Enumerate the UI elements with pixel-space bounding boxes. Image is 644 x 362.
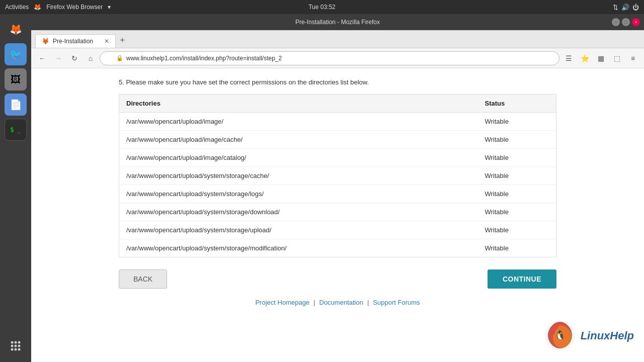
directory-path: /var/www/opencart/upload/image/catalog/ [119,149,478,167]
table-row: /var/www/opencart/upload/image/catalog/W… [119,149,556,167]
table-row: /var/www/opencart/upload/image/cache/Wri… [119,131,556,149]
svg-point-1 [15,341,17,344]
svg-point-6 [11,348,14,351]
browser-tab-active[interactable]: 🦊 Pre-Installation ✕ [35,34,116,48]
directory-path: /var/www/opencart/upload/system/storage/… [119,203,478,221]
clock: Tue 03:52 [308,4,336,11]
dock-apps[interactable] [5,335,27,357]
menu-button[interactable]: ≡ [626,51,640,65]
page-content: 5. Please make sure you have set the cor… [31,68,644,362]
directory-path: /var/www/opencart/upload/image/ [119,113,478,131]
maximize-button[interactable]: □ [622,18,630,26]
browser-title: Pre-Installation - Mozilla Firefox [295,19,380,26]
svg-text:🐧: 🐧 [554,330,566,341]
lock-icon: 🔒 [116,55,123,61]
volume-icon: 🔊 [621,4,629,11]
project-homepage-link[interactable]: Project Homepage [255,299,309,306]
directory-path: /var/www/opencart/upload/system/storage/… [119,185,478,203]
activities-label[interactable]: Activities [5,4,29,11]
close-button[interactable]: × [632,18,640,26]
directory-path: /var/www/opencart/upload/image/cache/ [119,131,478,149]
home-button[interactable]: ⌂ [84,51,98,65]
directory-status: Writable [478,149,556,167]
directory-status: Writable [478,239,556,257]
footer-sep-1: | [313,299,315,306]
table-row: /var/www/opencart/upload/system/storage/… [119,167,556,185]
svg-point-4 [15,345,17,347]
dropdown-icon[interactable]: ▾ [108,4,111,11]
footer-sep-2: | [367,299,369,306]
browser-navbar: ← → ↻ ⌂ 🔒 www.linuxhelp1.com/install/ind… [31,48,644,68]
table-row: /var/www/opencart/upload/system/storage/… [119,221,556,239]
directory-path: /var/www/opencart/upload/system/storage/… [119,239,478,257]
svg-point-3 [11,345,14,347]
url-bar[interactable]: 🔒 www.linuxhelp1.com/install/index.php?r… [100,51,559,65]
documentation-link[interactable]: Documentation [319,299,363,306]
browser-tabbar: 🦊 Pre-Installation ✕ + [31,30,644,48]
col-directories: Directories [119,95,478,113]
directory-status: Writable [478,167,556,185]
directories-table: Directories Status /var/www/opencart/upl… [119,94,556,257]
page-footer: Project Homepage | Documentation | Suppo… [119,289,556,311]
sidebar-toggle-button[interactable]: ▦ [594,51,608,65]
button-row: BACK CONTINUE [119,269,556,289]
table-row: /var/www/opencart/upload/system/storage/… [119,239,556,257]
dock-writer[interactable]: 📄 [5,94,27,116]
network-icon: ⇅ [613,4,618,11]
tab-favicon: 🦊 [42,38,49,45]
browser-window: Pre-Installation - Mozilla Firefox – □ ×… [31,14,644,362]
tab-label: Pre-Installation [53,38,93,45]
col-status: Status [478,95,556,113]
dock-firefox[interactable]: 🦊 [5,18,27,40]
directory-path: /var/www/opencart/upload/system/storage/… [119,221,478,239]
sidebar-dock: 🦊 🐦 🖼 📄 $ _ [0,14,31,362]
back-button[interactable]: BACK [119,269,167,289]
forward-nav-button[interactable]: → [51,51,65,65]
url-text: www.linuxhelp1.com/install/index.php?rou… [126,55,282,62]
directory-status: Writable [478,113,556,131]
back-nav-button[interactable]: ← [35,51,49,65]
logo-graphic: 🐧 [544,319,577,352]
dock-terminal[interactable]: $ _ [5,119,27,141]
browser-titlebar: Pre-Installation - Mozilla Firefox – □ × [31,14,644,30]
table-row: /var/www/opencart/upload/system/storage/… [119,185,556,203]
table-row: /var/www/opencart/upload/image/Writable [119,113,556,131]
logo-text: LinuxHelp [581,329,634,342]
sync-button[interactable]: ⬚ [610,51,624,65]
desktop-topbar: Activities 🦊 Firefox Web Browser ▾ Tue 0… [0,0,644,14]
directory-status: Writable [478,185,556,203]
support-forums-link[interactable]: Support Forums [373,299,420,306]
tab-close-button[interactable]: ✕ [104,38,109,45]
power-icon[interactable]: ⏻ [632,4,639,11]
directory-status: Writable [478,131,556,149]
new-tab-button[interactable]: + [116,33,129,48]
svg-point-5 [18,345,21,347]
svg-point-7 [15,348,17,351]
continue-button[interactable]: CONTINUE [488,269,556,289]
directory-status: Writable [478,221,556,239]
table-row: /var/www/opencart/upload/system/storage/… [119,203,556,221]
directory-path: /var/www/opencart/upload/system/storage/… [119,167,478,185]
svg-point-0 [11,341,14,344]
svg-point-8 [18,348,21,351]
browser-label[interactable]: Firefox Web Browser [46,4,103,11]
linuxhelp-logo: 🐧 LinuxHelp [544,319,634,352]
reload-button[interactable]: ↻ [67,51,82,65]
instruction-text: 5. Please make sure you have set the cor… [119,78,556,86]
svg-point-2 [18,341,21,344]
firefox-icon: 🦊 [34,4,41,11]
bookmark-button[interactable]: ⭐ [578,51,592,65]
reader-view-button[interactable]: ☰ [561,51,576,65]
dock-files[interactable]: 🖼 [5,68,27,90]
minimize-button[interactable]: – [612,18,620,26]
dock-mail[interactable]: 🐦 [5,43,27,65]
directory-status: Writable [478,203,556,221]
